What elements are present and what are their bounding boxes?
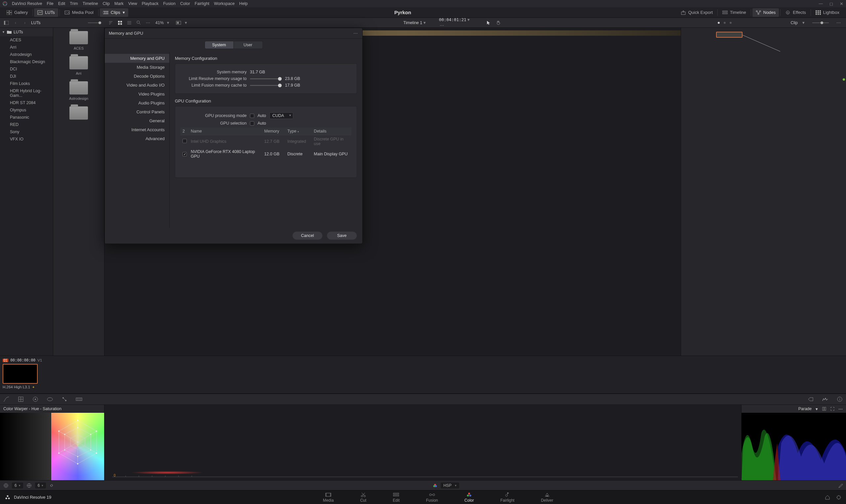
prefs-category[interactable]: General <box>105 116 169 125</box>
warper-hexagon[interactable] <box>51 413 104 480</box>
chevron-down-icon[interactable]: ▾ <box>424 20 426 25</box>
lut-folder[interactable] <box>53 106 104 120</box>
lut-folder[interactable]: Astrodesign <box>53 81 104 101</box>
node-thumbnail[interactable] <box>716 32 742 38</box>
menu-timeline[interactable]: Timeline <box>83 1 98 6</box>
tab-user[interactable]: User <box>234 41 263 49</box>
menu-view[interactable]: View <box>128 1 137 6</box>
luts-tree-item[interactable]: Arri <box>0 43 53 51</box>
lut-folder[interactable]: ACES <box>53 31 104 50</box>
prefs-category[interactable]: Media Storage <box>105 63 169 72</box>
menu-color[interactable]: Color <box>180 1 190 6</box>
info-icon[interactable]: i <box>836 396 843 403</box>
list-view-icon[interactable] <box>126 20 132 26</box>
warper-icon[interactable] <box>17 396 24 403</box>
resolve-limit-slider[interactable] <box>250 78 282 79</box>
gpu-row[interactable]: NVIDIA GeForce RTX 4080 Laptop GPU12.0 G… <box>180 148 352 160</box>
chevron-down-icon[interactable]: ▾ <box>167 20 170 25</box>
lightbox-button[interactable]: Lightbox <box>812 8 843 17</box>
luts-tree-root[interactable]: ▼ LUTs <box>0 28 53 36</box>
color-model-select[interactable]: HSP▾ <box>441 483 459 488</box>
menu-playback[interactable]: Playback <box>142 1 159 6</box>
hue-rings-icon[interactable] <box>3 483 8 488</box>
clips-button[interactable]: Clips▾ <box>100 8 128 17</box>
window-close-icon[interactable]: ✕ <box>840 1 843 6</box>
luts-tree-item[interactable]: Olympus <box>0 106 53 114</box>
page-cut[interactable]: Cut <box>357 491 370 504</box>
sort-icon[interactable] <box>108 20 114 26</box>
page-edit[interactable]: Edit <box>390 491 403 504</box>
menu-fusion[interactable]: Fusion <box>163 1 176 6</box>
nav-fwd-icon[interactable]: › <box>22 20 28 26</box>
prefs-category[interactable]: Internet Accounts <box>105 125 169 134</box>
slider-indicator[interactable] <box>88 22 101 23</box>
pointer-icon[interactable] <box>485 20 491 26</box>
menu-fairlight[interactable]: Fairlight <box>195 1 209 6</box>
lut-folder[interactable]: Arri <box>53 56 104 75</box>
expand-icon[interactable] <box>830 407 834 411</box>
search-icon[interactable] <box>136 20 142 26</box>
node-mode-label[interactable]: Clip <box>790 20 798 25</box>
page-deliver[interactable]: Deliver <box>538 491 556 504</box>
menu-workspace[interactable]: Workspace <box>214 1 234 6</box>
gpu-mode-auto-checkbox[interactable] <box>250 114 254 118</box>
chevron-down-icon[interactable]: ▾ <box>815 407 818 412</box>
qualifier-icon[interactable] <box>32 396 39 403</box>
scope-mode[interactable]: Parade <box>798 407 812 411</box>
hue-divisions[interactable]: 6 ▾ <box>12 483 23 488</box>
luts-tree-item[interactable]: Astrodesign <box>0 51 53 58</box>
page-fairlight[interactable]: Fairlight <box>497 491 518 504</box>
timeline-ruler[interactable]: 0 <box>112 473 738 478</box>
window-maximize-icon[interactable]: ◻ <box>829 1 833 6</box>
link-icon[interactable] <box>49 483 54 488</box>
prefs-category[interactable]: Decode Options <box>105 72 169 80</box>
luts-tree-item[interactable]: DCI <box>0 66 53 73</box>
color-space-icon[interactable] <box>433 483 437 488</box>
effects-button[interactable]: fxEffects <box>782 8 809 17</box>
hand-icon[interactable] <box>495 20 501 26</box>
menu-file[interactable]: File <box>47 1 53 6</box>
fusion-limit-slider[interactable] <box>250 85 282 86</box>
luts-tree-item[interactable]: ACES <box>0 36 53 43</box>
quick-export-button[interactable]: Quick Export <box>678 8 716 17</box>
node-output-dot[interactable] <box>842 78 845 81</box>
center-tool-area[interactable]: 0 <box>105 405 741 480</box>
window-icon[interactable] <box>46 396 54 403</box>
scope-settings-icon[interactable] <box>822 407 827 411</box>
luts-tree-item[interactable]: HDR Hybrid Log-Gam... <box>0 87 53 99</box>
luts-tree-item[interactable]: Film Looks <box>0 80 53 87</box>
highlight-icon[interactable] <box>807 396 814 403</box>
prefs-category[interactable]: Advanced <box>105 134 169 143</box>
gpu-name-header[interactable]: Name <box>189 128 262 135</box>
chevron-down-icon[interactable]: ▾ <box>803 20 806 25</box>
chevron-down-icon[interactable]: ▾ <box>185 20 188 25</box>
prefs-category[interactable]: Video and Audio I/O <box>105 80 169 90</box>
save-button[interactable]: Save <box>327 231 357 240</box>
gpu-details-header[interactable]: Details <box>312 128 352 135</box>
home-icon[interactable] <box>825 495 830 500</box>
project-settings-icon[interactable] <box>836 495 841 500</box>
luts-tree-item[interactable]: RED <box>0 121 53 128</box>
timeline-name[interactable]: Timeline 1 <box>403 20 422 25</box>
gpu-type-header[interactable]: Type▾ <box>285 128 312 135</box>
flag-icon[interactable]: ✦ <box>32 385 35 389</box>
curves-icon[interactable] <box>3 396 10 403</box>
grid-view-icon[interactable] <box>117 20 123 26</box>
page-color[interactable]: Color <box>461 491 478 504</box>
timeline-button[interactable]: Timeline <box>719 8 750 17</box>
luts-tree-item[interactable]: Sony <box>0 128 53 136</box>
blur-icon[interactable] <box>75 396 83 403</box>
chevron-down-icon[interactable]: ▾ <box>467 18 470 22</box>
gpu-mode-select[interactable]: CUDA <box>269 112 293 119</box>
color-warper[interactable] <box>0 413 104 480</box>
luts-tree-item[interactable]: HDR ST 2084 <box>0 99 53 106</box>
more-icon[interactable]: ⋯ <box>839 407 843 412</box>
page-media[interactable]: Media <box>320 491 337 504</box>
menu-trim[interactable]: Trim <box>70 1 78 6</box>
gallery-button[interactable]: Gallery <box>3 8 31 17</box>
sat-divisions[interactable]: 6 ▾ <box>35 483 46 488</box>
zoom-value[interactable]: 41% <box>156 20 164 25</box>
tracker-icon[interactable] <box>61 396 68 403</box>
menu-clip[interactable]: Clip <box>103 1 110 6</box>
tab-system[interactable]: System <box>205 41 234 49</box>
